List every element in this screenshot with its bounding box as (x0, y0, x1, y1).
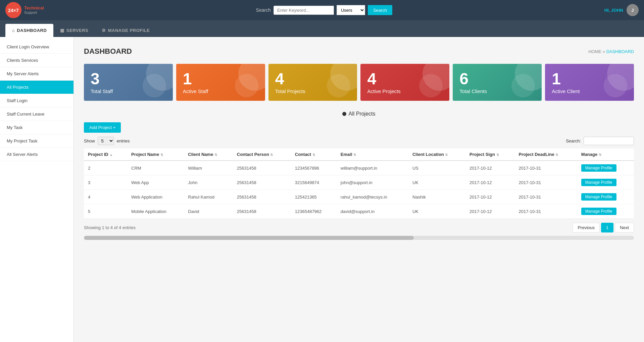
pagination: Previous 1 Next (573, 223, 634, 232)
stat-card-total-projects[interactable]: 4 Total Projects (268, 64, 357, 101)
entries-label: entries (117, 138, 130, 143)
sidebar-item-clients-services[interactable]: Clients Services (0, 54, 73, 67)
cell-project-sign: 2017-10-12 (465, 161, 514, 175)
main-wrapper: Client Login Overview Clients Services M… (0, 37, 644, 342)
svg-text:24×7: 24×7 (8, 8, 19, 13)
cell-email: william@support.in (337, 161, 408, 175)
cell-client-name: Rahul Kamod (184, 190, 233, 204)
page-title: DASHBOARD (84, 47, 132, 56)
col-client-name[interactable]: Client Name ⇅ (184, 148, 233, 161)
cell-project-sign: 2017-10-12 (465, 204, 514, 219)
add-project-button[interactable]: Add Project + (84, 122, 121, 133)
stat-card-active-client[interactable]: 1 Active Client (545, 64, 634, 101)
tab-servers[interactable]: ▦ SERVERS (53, 24, 95, 37)
sidebar-item-client-login-overview[interactable]: Client Login Overview (0, 40, 73, 54)
manage-profile-button[interactable]: Manage Profile (581, 193, 616, 201)
table-controls: Show 5 10 25 entries Search: (84, 137, 634, 145)
cell-contact: 12365487962 (291, 204, 337, 219)
col-contact-person[interactable]: Contact Person ⇅ (233, 148, 291, 161)
cell-client-name: David (184, 204, 233, 219)
col-project-name[interactable]: Project Name ⇅ (127, 148, 184, 161)
cell-project-sign: 2017-10-12 (465, 175, 514, 190)
manage-profile-button[interactable]: Manage Profile (581, 179, 616, 186)
cell-project-deadline: 2017-10-31 (514, 175, 577, 190)
manage-profile-button[interactable]: Manage Profile (581, 164, 616, 172)
stat-card-total-clients[interactable]: 6 Total Clients (453, 64, 542, 101)
search-button[interactable]: Search (368, 5, 392, 15)
stat-card-active-staff[interactable]: 1 Active Staff (176, 64, 265, 101)
stat-card-total-staff[interactable]: 3 Total Staff (84, 64, 173, 101)
cell-contact-person: 25631458 (233, 204, 291, 219)
table-header-row: Project ID ▲ Project Name ⇅ Client Name … (84, 148, 634, 161)
projects-table: Project ID ▲ Project Name ⇅ Client Name … (84, 148, 634, 219)
avatar: J (627, 4, 639, 16)
sidebar: Client Login Overview Clients Services M… (0, 37, 74, 342)
manage-profile-button[interactable]: Manage Profile (581, 208, 616, 215)
page-header: DASHBOARD HOME » DASHBOARD (84, 47, 634, 56)
horizontal-scrollbar[interactable] (84, 236, 634, 240)
stat-card-active-projects[interactable]: 4 Active Projects (360, 64, 449, 101)
showing-text: Showing 1 to 4 of 4 entries (84, 225, 136, 230)
table-search: Search: (566, 137, 634, 145)
col-contact[interactable]: Contact ⇅ (291, 148, 337, 161)
col-manage[interactable]: Manage ⇅ (577, 148, 634, 161)
page-1-button[interactable]: 1 (601, 223, 613, 232)
table-row: 5 Moblie Application David 25631458 1236… (84, 204, 634, 219)
cell-contact: 125421365 (291, 190, 337, 204)
sidebar-item-my-task[interactable]: My Task (0, 121, 73, 134)
stat-cards: 3 Total Staff 1 Active Staff 4 Total Pro… (84, 64, 634, 101)
content-area: DASHBOARD HOME » DASHBOARD 3 Total Staff… (74, 37, 644, 342)
cell-client-name: John (184, 175, 233, 190)
section-header: All Projects (84, 111, 634, 117)
show-entries: Show 5 10 25 entries (84, 137, 130, 145)
tab-bar: ⌂ DASHBOARD ▦ SERVERS ⚙ MANAGE PROFILE (0, 20, 644, 37)
cell-project-name: CRM (127, 161, 184, 175)
table-row: 2 CRM William 25631458 1234567896 willia… (84, 161, 634, 175)
search-input[interactable] (274, 6, 334, 15)
cell-email: john@support.in (337, 175, 408, 190)
sidebar-item-my-project-task[interactable]: My Project Task (0, 134, 73, 148)
table-search-input[interactable] (584, 137, 634, 145)
cell-contact-person: 25631458 (233, 175, 291, 190)
prev-button[interactable]: Previous (573, 223, 600, 232)
entries-select[interactable]: 5 10 25 (98, 137, 114, 145)
cell-client-location: US (408, 161, 465, 175)
cell-project-name: Web Application (127, 190, 184, 204)
tab-manage-profile[interactable]: ⚙ MANAGE PROFILE (95, 24, 156, 37)
cell-email: david@support.in (337, 204, 408, 219)
search-type-select[interactable]: Users Projects Clients (337, 5, 365, 15)
cell-client-location: UK (408, 175, 465, 190)
cell-project-name: Web App (127, 175, 184, 190)
tab-dashboard-label: DASHBOARD (17, 28, 47, 33)
sidebar-item-staff-login[interactable]: Staff Login (0, 94, 73, 108)
gear-icon: ⚙ (102, 28, 106, 33)
col-project-id[interactable]: Project ID ▲ (84, 148, 127, 161)
dot-icon (342, 112, 346, 116)
section-title: All Projects (348, 111, 375, 117)
cell-email: rahul_kamod@tecsys.in (337, 190, 408, 204)
col-project-deadline[interactable]: Project DeadLine ⇅ (514, 148, 577, 161)
cell-project-id: 4 (84, 190, 127, 204)
next-button[interactable]: Next (615, 223, 634, 232)
cell-contact: 3215649874 (291, 175, 337, 190)
sidebar-item-all-projects[interactable]: All Projects (0, 81, 73, 94)
user-greeting: HI, JOHN (604, 8, 623, 13)
col-project-sign[interactable]: Project Sign ⇅ (465, 148, 514, 161)
col-email[interactable]: Email ⇅ (337, 148, 408, 161)
sidebar-item-all-server-alerts[interactable]: All Server Alerts (0, 148, 73, 161)
cell-client-location: UK (408, 204, 465, 219)
search-label: Search (256, 7, 271, 13)
search-area: Search Users Projects Clients Search (256, 5, 393, 15)
cell-project-deadline: 2017-10-31 (514, 190, 577, 204)
breadcrumb-current[interactable]: DASHBOARD (606, 49, 634, 54)
cell-contact-person: 25631458 (233, 190, 291, 204)
sidebar-item-staff-current-leave[interactable]: Staff Current Leave (0, 108, 73, 121)
col-client-location[interactable]: Client Location ⇅ (408, 148, 465, 161)
sidebar-item-my-server-alerts[interactable]: My Server Alerts (0, 67, 73, 81)
tab-dashboard[interactable]: ⌂ DASHBOARD (5, 24, 53, 37)
top-nav: 24×7 Technical Support Search Users Proj… (0, 0, 644, 20)
cell-manage: Manage Profile (577, 204, 634, 219)
table-body: 2 CRM William 25631458 1234567896 willia… (84, 161, 634, 219)
user-area: HI, JOHN J (604, 4, 639, 16)
table-row: 3 Web App John 25631458 3215649874 john@… (84, 175, 634, 190)
